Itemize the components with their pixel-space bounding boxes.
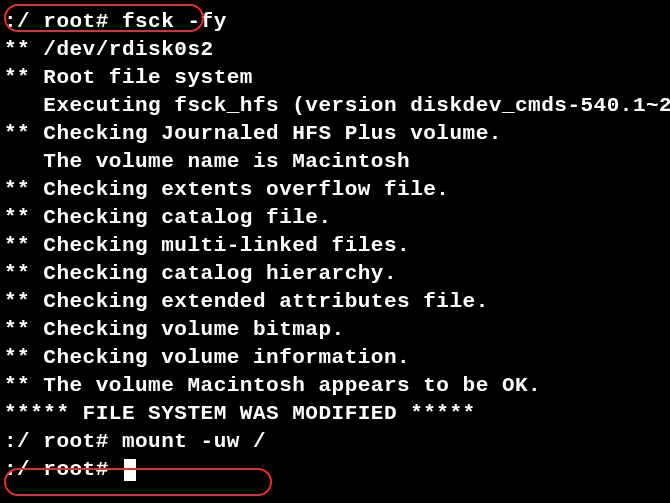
terminal-line-output: The volume name is Macintosh (4, 148, 666, 176)
terminal-line-prompt-fsck: :/ root# fsck -fy (4, 8, 666, 36)
terminal-line-output: ** Checking extents overflow file. (4, 176, 666, 204)
terminal-line-output: ** /dev/rdisk0s2 (4, 36, 666, 64)
cursor-icon (124, 459, 136, 481)
terminal-line-prompt-active[interactable]: :/ root# (4, 456, 666, 484)
terminal-line-output: ** Checking extended attributes file. (4, 288, 666, 316)
terminal-line-output: ** The volume Macintosh appears to be OK… (4, 372, 666, 400)
terminal-line-output: ** Checking multi-linked files. (4, 232, 666, 260)
terminal-line-output: ** Checking volume bitmap. (4, 316, 666, 344)
terminal-prompt-text: :/ root# (4, 458, 122, 481)
terminal-line-output: ** Checking catalog hierarchy. (4, 260, 666, 288)
terminal-line-output: ** Checking catalog file. (4, 204, 666, 232)
terminal-line-output: ** Root file system (4, 64, 666, 92)
terminal-line-prompt-mount: :/ root# mount -uw / (4, 428, 666, 456)
terminal-line-output: ** Checking volume information. (4, 344, 666, 372)
terminal-line-output: ***** FILE SYSTEM WAS MODIFIED ***** (4, 400, 666, 428)
terminal-line-output: ** Checking Journaled HFS Plus volume. (4, 120, 666, 148)
terminal-line-output: Executing fsck_hfs (version diskdev_cmds… (4, 92, 666, 120)
